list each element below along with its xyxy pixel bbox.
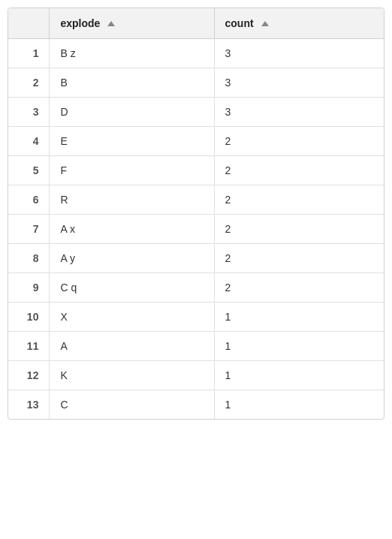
row-index: 10 bbox=[8, 303, 50, 332]
table-row: 9C q2 bbox=[8, 273, 384, 303]
row-count: 2 bbox=[214, 215, 384, 244]
row-index: 7 bbox=[8, 215, 50, 244]
table-row: 13C1 bbox=[8, 390, 384, 420]
row-count: 2 bbox=[214, 156, 384, 185]
table-row: 12K1 bbox=[8, 361, 384, 390]
row-explode: C q bbox=[50, 273, 214, 303]
table-row: 3D3 bbox=[8, 98, 384, 127]
row-index: 11 bbox=[8, 332, 50, 361]
row-explode: A y bbox=[50, 244, 214, 273]
row-explode: A x bbox=[50, 215, 214, 244]
table-row: 10X1 bbox=[8, 303, 384, 332]
row-index: 5 bbox=[8, 156, 50, 185]
row-index: 3 bbox=[8, 98, 50, 127]
index-column-header bbox=[8, 8, 50, 39]
row-count: 3 bbox=[214, 68, 384, 98]
row-count: 1 bbox=[214, 361, 384, 390]
explode-sort-icon[interactable] bbox=[107, 21, 115, 26]
row-explode: A bbox=[50, 332, 214, 361]
table-row: 5F2 bbox=[8, 156, 384, 185]
count-sort-icon[interactable] bbox=[261, 21, 269, 26]
row-count: 2 bbox=[214, 244, 384, 273]
row-explode: X bbox=[50, 303, 214, 332]
explode-column-label: explode bbox=[60, 17, 100, 29]
row-explode: E bbox=[50, 127, 214, 156]
row-explode: R bbox=[50, 185, 214, 215]
row-count: 1 bbox=[214, 390, 384, 420]
row-index: 6 bbox=[8, 185, 50, 215]
table-row: 7A x2 bbox=[8, 215, 384, 244]
count-column-header[interactable]: count bbox=[214, 8, 384, 39]
row-index: 2 bbox=[8, 68, 50, 98]
row-count: 3 bbox=[214, 98, 384, 127]
table-row: 4E2 bbox=[8, 127, 384, 156]
table-row: 2B3 bbox=[8, 68, 384, 98]
row-index: 4 bbox=[8, 127, 50, 156]
row-index: 9 bbox=[8, 273, 50, 303]
row-explode: B bbox=[50, 68, 214, 98]
data-table: explode count 1B z32B33D34E25F26R27A x28… bbox=[8, 8, 384, 420]
table-header-row: explode count bbox=[8, 8, 384, 39]
row-index: 8 bbox=[8, 244, 50, 273]
row-index: 12 bbox=[8, 361, 50, 390]
row-count: 2 bbox=[214, 185, 384, 215]
table-row: 1B z3 bbox=[8, 39, 384, 68]
row-count: 3 bbox=[214, 39, 384, 68]
row-count: 1 bbox=[214, 332, 384, 361]
row-explode: B z bbox=[50, 39, 214, 68]
row-count: 1 bbox=[214, 303, 384, 332]
row-explode: K bbox=[50, 361, 214, 390]
table-row: 11A1 bbox=[8, 332, 384, 361]
table-row: 6R2 bbox=[8, 185, 384, 215]
table-row: 8A y2 bbox=[8, 244, 384, 273]
row-explode: C bbox=[50, 390, 214, 420]
row-index: 1 bbox=[8, 39, 50, 68]
count-column-label: count bbox=[225, 17, 254, 29]
row-explode: D bbox=[50, 98, 214, 127]
row-index: 13 bbox=[8, 390, 50, 420]
explode-column-header[interactable]: explode bbox=[50, 8, 214, 39]
row-count: 2 bbox=[214, 273, 384, 303]
row-explode: F bbox=[50, 156, 214, 185]
row-count: 2 bbox=[214, 127, 384, 156]
